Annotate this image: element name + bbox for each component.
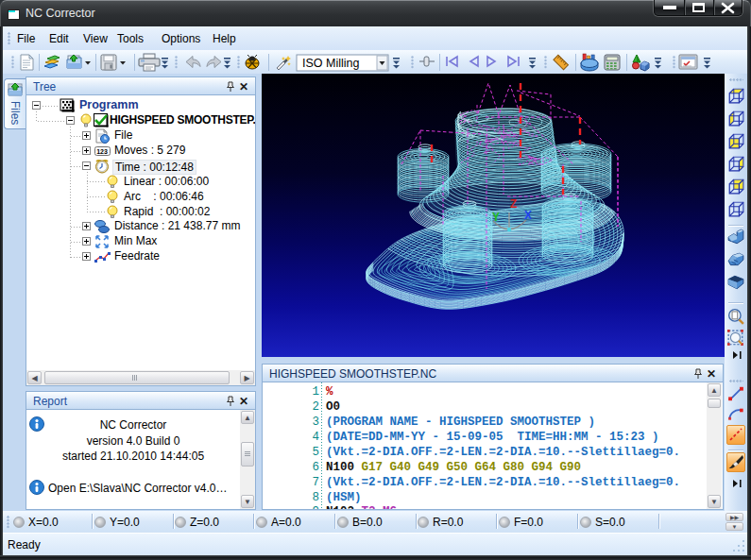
svg-text:Y: Y [492,211,500,224]
svg-text:123: 123 [96,148,108,155]
svg-text:Z: Z [510,197,517,211]
svg-text:ISO Milling: ISO Milling [302,57,359,70]
svg-text:X: X [524,209,532,222]
